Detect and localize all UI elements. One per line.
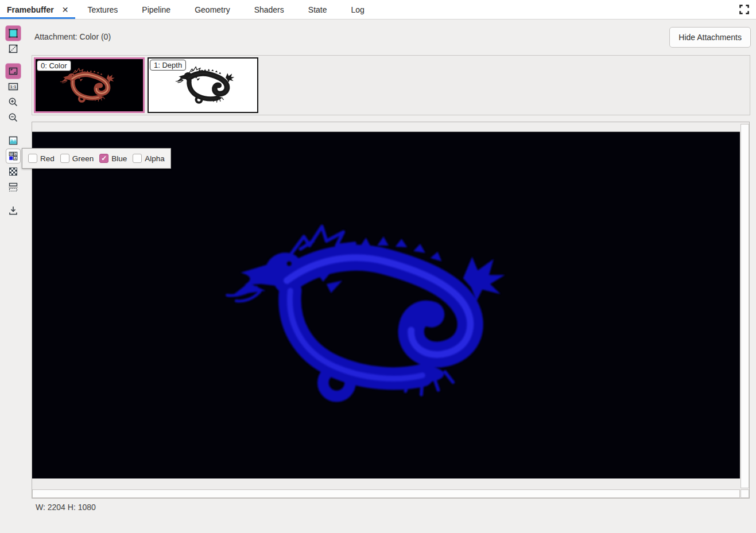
hide-attachments-label: Hide Attachments <box>679 33 742 42</box>
attachment-label-chip: 1: Depth <box>150 60 186 71</box>
fit-to-window-button[interactable] <box>6 64 21 79</box>
actual-size-icon: 1:1 <box>7 81 19 92</box>
svg-text:1:1: 1:1 <box>10 84 17 90</box>
tab-label: Framebuffer <box>7 5 54 14</box>
tab-label: Shaders <box>254 5 284 14</box>
channel-blue-checkbox[interactable]: ✓ <box>99 154 108 163</box>
channel-green-label: Green <box>72 154 94 163</box>
fullscreen-icon <box>739 5 749 14</box>
save-image-icon <box>7 205 19 216</box>
tab-framebuffer[interactable]: Framebuffer ✕ <box>0 0 75 19</box>
flip-image-button[interactable] <box>6 180 21 194</box>
framebuffer-viewport <box>32 122 750 499</box>
histogram-icon <box>7 135 19 146</box>
vertical-scrollbar[interactable] <box>741 124 749 488</box>
zoom-out-icon <box>7 112 19 123</box>
attachment-label-chip: 0: Color <box>37 60 71 71</box>
color-swatch-button[interactable] <box>6 26 21 41</box>
channel-selector-overlay: ✓ Red ✓ Green ✓ Blue ✓ Alpha <box>22 148 171 169</box>
alpha-checkerboard-button[interactable] <box>6 164 21 179</box>
framebuffer-image-blue-channel <box>223 212 506 409</box>
channel-alpha-checkbox[interactable]: ✓ <box>133 154 142 163</box>
channels-button[interactable]: R G A <box>6 149 21 164</box>
channel-red-label: Red <box>40 154 55 163</box>
channel-blue[interactable]: ✓ Blue <box>99 154 127 163</box>
tab-label: Geometry <box>195 5 230 14</box>
attachment-thumbnail-color[interactable]: 0: Color <box>34 57 145 113</box>
attachment-thumbnail-depth[interactable]: 1: Depth <box>148 57 258 113</box>
tab-state[interactable]: State <box>296 0 339 19</box>
tab-log[interactable]: Log <box>339 0 377 19</box>
close-tab-icon[interactable]: ✕ <box>62 6 69 14</box>
image-dimensions-status: W: 2204 H: 1080 <box>36 503 96 512</box>
zoom-in-button[interactable] <box>6 95 21 110</box>
zoom-out-button[interactable] <box>6 110 21 125</box>
tab-label: Textures <box>87 5 118 14</box>
diagonal-compare-icon <box>7 43 19 55</box>
flip-image-icon <box>7 181 19 193</box>
channels-icon: R G A <box>7 150 19 162</box>
tab-textures[interactable]: Textures <box>75 0 130 19</box>
framebuffer-image-canvas[interactable] <box>32 132 740 478</box>
svg-text:A: A <box>14 157 17 160</box>
tab-geometry[interactable]: Geometry <box>183 0 242 19</box>
attachments-panel: 0: Color 1: Depth <box>32 55 750 115</box>
channel-red-checkbox[interactable]: ✓ <box>28 154 37 163</box>
svg-text:R: R <box>10 152 12 155</box>
horizontal-scrollbar[interactable] <box>32 489 740 498</box>
zoom-in-icon <box>7 96 19 108</box>
framebuffer-viewer-window: Framebuffer ✕ Textures Pipeline Geometry… <box>0 0 756 533</box>
tab-pipeline[interactable]: Pipeline <box>130 0 183 19</box>
tab-bar: Framebuffer ✕ Textures Pipeline Geometry… <box>0 0 756 20</box>
attachment-header-label: Attachment: Color (0) <box>34 32 111 41</box>
fit-to-window-icon <box>7 65 19 77</box>
actual-size-button[interactable]: 1:1 <box>6 79 21 94</box>
channel-red[interactable]: ✓ Red <box>28 154 55 163</box>
check-icon: ✓ <box>101 155 107 162</box>
color-attachment-preview <box>55 65 119 104</box>
tab-label: State <box>308 5 327 14</box>
histogram-button[interactable] <box>6 133 21 148</box>
svg-text:G: G <box>14 152 17 155</box>
tab-label: Pipeline <box>142 5 170 14</box>
hide-attachments-button[interactable]: Hide Attachments <box>669 27 751 48</box>
channel-blue-label: Blue <box>111 154 127 163</box>
save-image-button[interactable] <box>6 203 21 218</box>
channel-green[interactable]: ✓ Green <box>60 154 94 163</box>
scrollbar-corner <box>741 489 749 498</box>
tab-label: Log <box>351 5 365 14</box>
channel-alpha-label: Alpha <box>145 154 165 163</box>
fullscreen-button[interactable] <box>739 0 749 19</box>
channel-green-checkbox[interactable]: ✓ <box>60 154 69 163</box>
viewport-top-strip <box>32 122 740 132</box>
channel-alpha[interactable]: ✓ Alpha <box>133 154 165 163</box>
color-swatch-icon <box>7 28 19 39</box>
tab-shaders[interactable]: Shaders <box>242 0 296 19</box>
diagonal-compare-button[interactable] <box>6 41 21 56</box>
alpha-checkerboard-icon <box>7 166 19 177</box>
